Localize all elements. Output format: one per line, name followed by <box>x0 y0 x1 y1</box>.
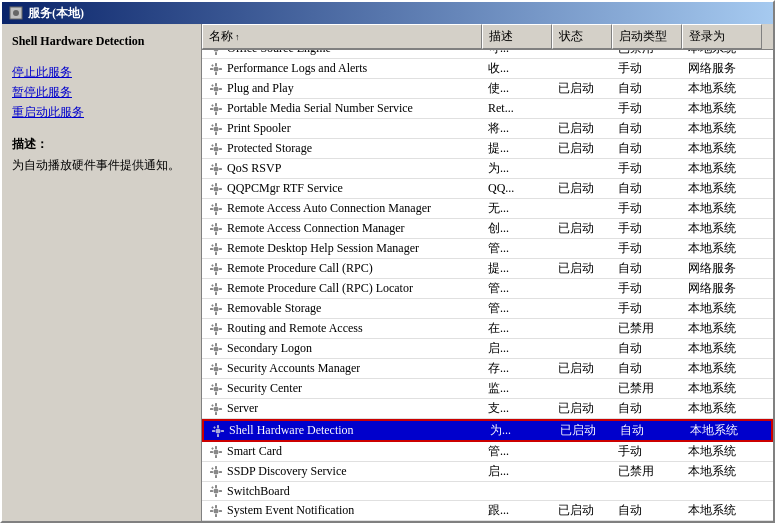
table-row[interactable]: Smart Card管...手动本地系统 <box>202 442 773 462</box>
svg-rect-84 <box>219 228 222 230</box>
table-row[interactable]: Performance Logs and Alerts收...手动网络服务 <box>202 59 773 79</box>
col-header-status[interactable]: 状态 <box>552 24 612 49</box>
cell-name: Portable Media Serial Number Service <box>202 100 482 118</box>
pause-service-link[interactable]: 暂停此服务 <box>12 84 191 101</box>
cell-name: Remote Access Connection Manager <box>202 220 482 238</box>
service-name-text: SSDP Discovery Service <box>227 464 347 479</box>
cell-desc: 跟... <box>482 501 552 520</box>
svg-rect-115 <box>211 324 214 327</box>
svg-rect-143 <box>212 430 215 432</box>
table-row[interactable]: Remote Procedure Call (RPC) Locator管...手… <box>202 279 773 299</box>
cell-desc: 将... <box>482 119 552 138</box>
service-name-text: Office Source Engine <box>227 50 331 56</box>
svg-rect-28 <box>215 52 217 55</box>
table-row[interactable]: SwitchBoard <box>202 482 773 501</box>
table-row[interactable]: Shell Hardware Detection为...已启动自动本地系统 <box>202 419 773 442</box>
left-panel: Shell Hardware Detection 停止此服务 暂停此服务 重启动… <box>2 24 202 521</box>
svg-rect-67 <box>211 164 214 167</box>
svg-point-80 <box>214 226 219 231</box>
gear-icon <box>208 50 224 57</box>
svg-rect-81 <box>215 223 217 226</box>
table-row[interactable]: Plug and Play使...已启动自动本地系统 <box>202 79 773 99</box>
table-row[interactable]: Protected Storage提...已启动自动本地系统 <box>202 139 773 159</box>
cell-type: 手动 <box>612 442 682 461</box>
cell-login: 本地系统 <box>682 339 762 358</box>
svg-rect-167 <box>210 510 213 512</box>
cell-type: 手动 <box>612 199 682 218</box>
svg-rect-147 <box>215 446 217 449</box>
table-row[interactable]: Remote Access Connection Manager创...已启动手… <box>202 219 773 239</box>
table-row[interactable]: Security Center监...已禁用本地系统 <box>202 379 773 399</box>
cell-type: 自动 <box>612 399 682 418</box>
svg-point-104 <box>214 306 219 311</box>
cell-desc: 在... <box>482 319 552 338</box>
cell-name: Remote Procedure Call (RPC) <box>202 260 482 278</box>
svg-rect-160 <box>215 494 217 497</box>
col-header-login[interactable]: 登录为 <box>682 24 762 49</box>
col-header-name[interactable]: 名称 ↑ <box>202 24 482 49</box>
cell-name: Remote Desktop Help Session Manager <box>202 240 482 258</box>
description-text: 为自动播放硬件事件提供通知。 <box>12 157 191 174</box>
table-row[interactable]: SSDP Discovery Service启...已禁用本地系统 <box>202 462 773 482</box>
cell-desc: 支... <box>482 399 552 418</box>
cell-status: 已启动 <box>552 399 612 418</box>
svg-point-128 <box>214 386 219 391</box>
svg-rect-157 <box>211 467 214 470</box>
cell-type: 自动 <box>612 339 682 358</box>
svg-rect-168 <box>219 510 222 512</box>
svg-rect-95 <box>210 268 213 270</box>
table-row[interactable]: Secondary Logon启...自动本地系统 <box>202 339 773 359</box>
table-row[interactable]: Routing and Remote Access在...已禁用本地系统 <box>202 319 773 339</box>
svg-rect-82 <box>215 232 217 235</box>
service-name-text: Portable Media Serial Number Service <box>227 101 413 116</box>
table-row[interactable]: Remote Procedure Call (RPC)提...已启动自动网络服务 <box>202 259 773 279</box>
cell-type: 手动 <box>612 239 682 258</box>
cell-desc: 监... <box>482 379 552 398</box>
svg-rect-101 <box>210 288 213 290</box>
cell-name: Protected Storage <box>202 140 482 158</box>
cell-login: 本地系统 <box>682 219 762 238</box>
table-row[interactable]: Removable Storage管...手动本地系统 <box>202 299 773 319</box>
table-row[interactable]: Remote Access Auto Connection Manager无..… <box>202 199 773 219</box>
svg-point-116 <box>214 346 219 351</box>
service-name-text: Routing and Remote Access <box>227 321 363 336</box>
table-row[interactable]: Portable Media Serial Number ServiceRet.… <box>202 99 773 119</box>
table-row[interactable]: QQPCMgr RTF ServiceQQ...已启动自动本地系统 <box>202 179 773 199</box>
gear-icon <box>208 261 224 277</box>
cell-type: 自动 <box>612 359 682 378</box>
service-name-text: SwitchBoard <box>227 484 290 499</box>
stop-service-link[interactable]: 停止此服务 <box>12 64 191 81</box>
cell-desc: 可... <box>482 50 552 58</box>
col-header-type[interactable]: 启动类型 <box>612 24 682 49</box>
svg-rect-131 <box>210 388 213 390</box>
cell-status <box>552 471 612 473</box>
cell-desc: 使... <box>482 79 552 98</box>
col-header-desc[interactable]: 描述 <box>482 24 552 49</box>
svg-rect-114 <box>219 328 222 330</box>
svg-point-110 <box>214 326 219 331</box>
restart-service-link[interactable]: 重启动此服务 <box>12 104 191 121</box>
table-row[interactable]: QoS RSVP为...手动本地系统 <box>202 159 773 179</box>
svg-point-92 <box>214 266 219 271</box>
table-body: Network DDE DSDM管...已禁用本地系统 Network Loca… <box>202 50 773 521</box>
table-row[interactable]: Office Source Engine可...已禁用本地系统 <box>202 50 773 59</box>
service-name-text: Remote Procedure Call (RPC) Locator <box>227 281 413 296</box>
table-row[interactable]: Security Accounts Manager存...已启动自动本地系统 <box>202 359 773 379</box>
svg-rect-57 <box>215 143 217 146</box>
table-row[interactable]: Remote Desktop Help Session Manager管...手… <box>202 239 773 259</box>
cell-desc: 无... <box>482 199 552 218</box>
svg-rect-103 <box>211 284 214 287</box>
cell-type: 自动 <box>612 119 682 138</box>
svg-rect-102 <box>219 288 222 290</box>
gear-icon <box>208 201 224 217</box>
cell-type: 手动 <box>612 219 682 238</box>
cell-login: 本地系统 <box>682 299 762 318</box>
svg-rect-156 <box>219 471 222 473</box>
table-row[interactable]: Server支...已启动自动本地系统 <box>202 399 773 419</box>
cell-type: 手动 <box>612 99 682 118</box>
table-row[interactable]: System Event Notification跟...已启动自动本地系统 <box>202 501 773 521</box>
gear-icon <box>210 423 226 439</box>
cell-name: Security Center <box>202 380 482 398</box>
table-row[interactable]: Print Spooler将...已启动自动本地系统 <box>202 119 773 139</box>
cell-login: 本地系统 <box>682 379 762 398</box>
